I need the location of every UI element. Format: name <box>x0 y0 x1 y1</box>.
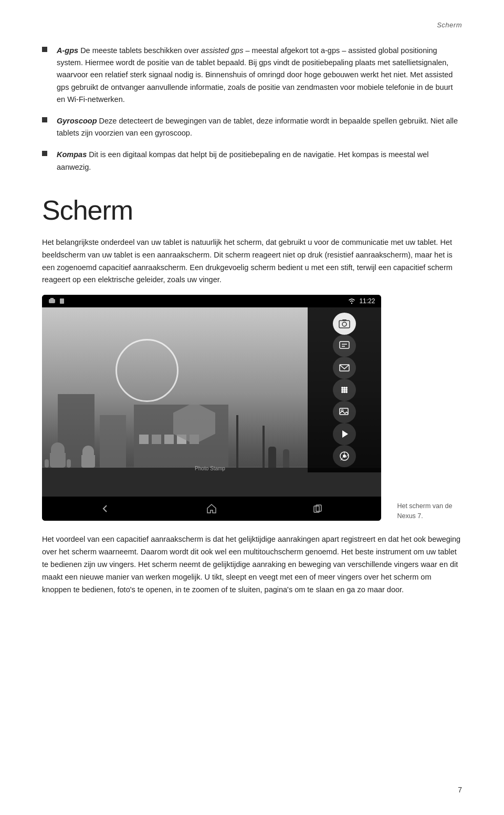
svg-rect-6 <box>340 342 349 348</box>
android-figure-2 <box>81 446 95 468</box>
bullet-gyroscoop-content: Gyroscoop Deze detecteert de bewegingen … <box>57 115 462 139</box>
panel-play-icon <box>333 423 356 445</box>
text-gyroscoop: Deze detecteert de bewegingen van de tab… <box>57 117 458 137</box>
svg-rect-2 <box>60 298 64 304</box>
svg-rect-19 <box>340 408 348 415</box>
photo-label-text: Photo Stamp <box>195 466 225 471</box>
panel-camera-icon <box>333 313 356 335</box>
play-svg <box>339 428 350 440</box>
bullet-agps: A-gps De meeste tablets beschikken over … <box>42 45 462 106</box>
image-caption: Het scherm van de Nexus 7. <box>392 501 462 521</box>
svg-marker-27 <box>207 504 216 513</box>
back-icon <box>100 503 111 514</box>
text-kompas: Dit is een digitaal kompas dat helpt bij… <box>57 150 428 171</box>
page-header: Scherm <box>42 21 462 29</box>
screenshot-scene-area: Photo Stamp <box>42 307 381 497</box>
svg-point-12 <box>345 387 348 389</box>
camera-svg <box>339 318 350 329</box>
bullet-kompas: Kompas Dit is een digitaal kompas dat he… <box>42 149 462 173</box>
wifi-icon <box>348 297 356 305</box>
svg-point-13 <box>341 389 343 391</box>
svg-point-10 <box>341 387 343 389</box>
bullet-square-icon-2 <box>42 117 47 122</box>
notif-icon-2 <box>59 297 65 305</box>
svg-point-4 <box>342 322 346 326</box>
panel-chat-icon <box>333 335 356 357</box>
term-agps: A-gps <box>57 46 78 55</box>
term-gyroscoop: Gyroscoop <box>57 117 97 125</box>
svg-rect-0 <box>49 299 55 303</box>
svg-rect-1 <box>50 298 54 299</box>
android-figure-1 <box>50 442 66 468</box>
bullet-square-icon <box>42 47 47 52</box>
page-number: 7 <box>458 786 462 794</box>
status-bar: 11:22 <box>42 295 381 307</box>
photo-label: Photo Stamp <box>195 466 225 471</box>
recent-apps-button <box>310 501 325 516</box>
focus-circle <box>116 339 178 402</box>
grid-svg <box>339 384 350 396</box>
person-silhouette-1 <box>268 447 276 468</box>
status-bar-left <box>48 297 65 305</box>
bullet-agps-content: A-gps De meeste tablets beschikken over … <box>57 45 462 106</box>
status-time: 11:22 <box>359 297 375 305</box>
page-container: Scherm A-gps De meeste tablets beschikke… <box>0 0 504 815</box>
panel-chrome-icon <box>333 445 356 467</box>
caption-text: Het scherm van de Nexus 7. <box>397 501 462 521</box>
email-svg <box>339 362 350 374</box>
right-panel <box>308 307 381 472</box>
chat-svg <box>339 340 350 352</box>
svg-line-25 <box>346 455 348 458</box>
building-2 <box>100 415 126 468</box>
recent-apps-icon <box>312 503 323 514</box>
svg-rect-5 <box>342 319 346 321</box>
header-title: Scherm <box>437 21 462 29</box>
chrome-svg <box>339 450 350 462</box>
text-agps-after: – meestal afgekort tot a-gps – assisted … <box>57 46 453 104</box>
bullet-kompas-content: Kompas Dit is een digitaal kompas dat he… <box>57 149 462 173</box>
svg-point-16 <box>341 391 343 393</box>
section-paragraph-2: Het voordeel van een capacitief aanraaks… <box>42 533 462 596</box>
panel-photos-icon <box>333 401 356 423</box>
person-silhouette-2 <box>283 449 289 468</box>
svg-point-17 <box>343 391 345 393</box>
svg-point-11 <box>343 387 345 389</box>
tablet-screenshot: 11:22 <box>42 295 381 521</box>
term-kompas: Kompas <box>57 150 87 159</box>
svg-marker-21 <box>342 430 348 438</box>
pole-1 <box>236 415 238 468</box>
bottom-nav-bar <box>42 497 381 521</box>
status-bar-right: 11:22 <box>348 297 375 305</box>
bullet-square-icon-3 <box>42 151 47 156</box>
svg-point-14 <box>343 389 345 391</box>
section-heading: Scherm <box>42 194 462 226</box>
svg-point-15 <box>345 389 348 391</box>
panel-grid-icon <box>333 379 356 401</box>
svg-rect-3 <box>339 321 350 328</box>
home-icon <box>206 503 217 514</box>
panel-email-icon <box>333 357 356 379</box>
image-wrapper: 11:22 <box>42 295 462 521</box>
home-button <box>204 501 219 516</box>
back-button <box>98 501 113 516</box>
svg-point-23 <box>343 455 346 458</box>
notif-icon-1 <box>48 297 56 305</box>
bullet-gyroscoop: Gyroscoop Deze detecteert de bewegingen … <box>42 115 462 139</box>
photos-svg <box>339 406 350 418</box>
bullets-section: A-gps De meeste tablets beschikken over … <box>42 45 462 173</box>
text-agps-before: De meeste tablets beschikken over <box>80 46 201 55</box>
pole-2 <box>262 426 265 468</box>
text-agps-italic: assisted gps <box>201 46 244 55</box>
section-paragraph-1: Het belangrijkste onderdeel van uw table… <box>42 236 462 287</box>
svg-point-18 <box>345 391 348 393</box>
